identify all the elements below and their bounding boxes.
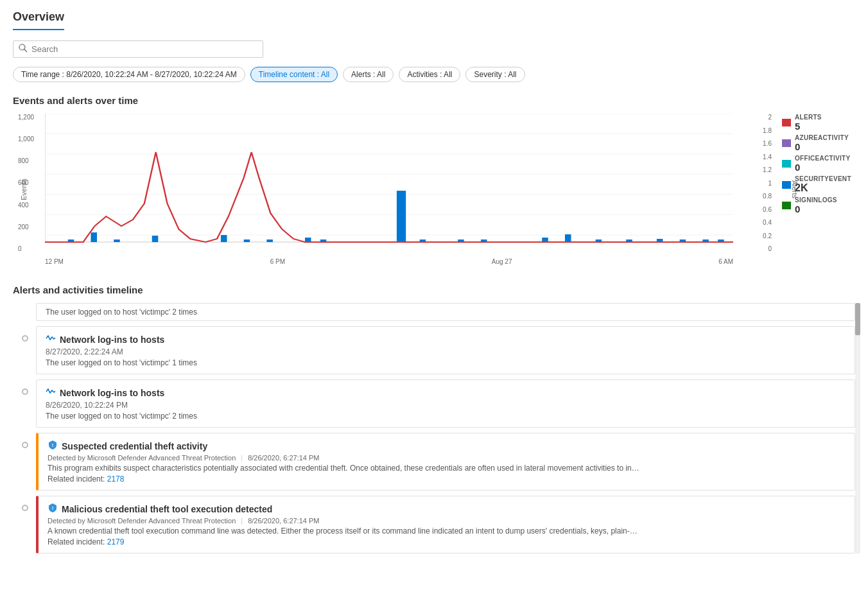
shield-icon-1: !: [48, 440, 58, 452]
svg-rect-12: [91, 232, 97, 242]
legend-alerts-bar: [782, 119, 791, 126]
timeline-dot: [22, 442, 28, 448]
search-box[interactable]: [13, 40, 263, 58]
chart-title: Events and alerts over time: [13, 95, 855, 106]
timeline-item-credential-theft-2[interactable]: ! Malicious credential theft tool execut…: [36, 496, 855, 553]
svg-rect-15: [221, 235, 227, 242]
search-icon: [19, 44, 28, 55]
filter-activities[interactable]: Activities : All: [399, 67, 460, 82]
activity-icon-2: [46, 387, 56, 399]
chart-section: Events and alerts over time Events 1,200…: [13, 95, 855, 265]
svg-rect-14: [152, 236, 159, 242]
svg-text:!: !: [52, 505, 54, 511]
y-axis-right: 2 1.8 1.6 1.4 1.2 1 0.8 0.6 0.4 0.2 0: [763, 114, 772, 252]
shield-icon-2: !: [48, 503, 58, 515]
activity-icon: [46, 333, 56, 345]
legend-azureactivity: AZUREACTIVITY 0: [782, 134, 855, 152]
timeline-section: Alerts and activities timeline The user …: [13, 284, 855, 553]
timeline-title: Alerts and activities timeline: [13, 284, 855, 295]
svg-point-0: [19, 44, 25, 50]
filter-severity[interactable]: Severity : All: [465, 67, 525, 82]
filter-timeline-content[interactable]: Timeline content : All: [250, 67, 338, 82]
chart-svg: [45, 114, 733, 255]
filter-time-range[interactable]: Time range : 8/26/2020, 10:22:24 AM - 8/…: [13, 67, 245, 82]
svg-rect-24: [542, 238, 548, 242]
chart-container: Events 1,200 1,000 800 600 400 200 0: [13, 114, 855, 265]
svg-text:!: !: [52, 442, 54, 448]
legend-securityevent-bar: [782, 181, 791, 189]
partial-item-top: The user logged on to host 'victimpc' 2 …: [36, 303, 855, 321]
filters-bar: Time range : 8/26/2020, 10:22:24 AM - 8/…: [13, 67, 855, 82]
timeline-dot: [22, 505, 28, 511]
timeline-item-content: ! Suspected credential theft activity De…: [36, 433, 855, 491]
timeline-item-network-2[interactable]: Network log-ins to hosts 8/26/2020, 10:2…: [36, 379, 855, 428]
y-axis-left: 1,200 1,000 800 600 400 200 0: [18, 114, 34, 252]
timeline-item-network-1[interactable]: Network log-ins to hosts 8/27/2020, 2:22…: [36, 326, 855, 374]
svg-rect-17: [266, 240, 273, 242]
legend-alerts: ALERTS 5: [782, 114, 855, 132]
svg-rect-16: [244, 240, 250, 242]
svg-rect-25: [565, 234, 571, 242]
legend-officeactivity: OFFICEACTIVITY 0: [782, 155, 855, 173]
timeline-item-content: ! Malicious credential theft tool execut…: [36, 496, 855, 553]
svg-rect-20: [397, 191, 406, 242]
filter-alerts[interactable]: Alerts : All: [343, 67, 394, 82]
timeline-item-content: Network log-ins to hosts 8/27/2020, 2:22…: [36, 326, 855, 374]
y-axis-right-label: Alerts: [791, 180, 799, 198]
legend-signinlogs-bar: [782, 202, 791, 209]
timeline-list: The user logged on to host 'victimpc' 2 …: [13, 303, 855, 553]
legend-officeactivity-bar: [782, 160, 791, 168]
x-axis: 12 PM 6 PM Aug 27 6 AM: [45, 258, 733, 265]
related-incident-link-2178[interactable]: 2178: [107, 475, 125, 483]
chart-legend: ALERTS 5 AZUREACTIVITY 0 OFFICEACTIVITY: [772, 114, 855, 265]
svg-line-1: [24, 49, 27, 52]
svg-rect-18: [305, 238, 311, 242]
search-input[interactable]: [31, 44, 257, 54]
legend-signinlogs: SIGNINLOGS 0: [782, 196, 855, 214]
timeline-item-content: Network log-ins to hosts 8/26/2020, 10:2…: [36, 379, 855, 428]
page-title: Overview: [13, 10, 855, 40]
timeline-dot: [22, 388, 28, 395]
timeline-dot: [22, 335, 28, 342]
timeline-item-credential-theft-1[interactable]: ! Suspected credential theft activity De…: [36, 433, 855, 491]
legend-azureactivity-bar: [782, 139, 791, 147]
svg-rect-13: [114, 240, 120, 242]
scrollbar-track[interactable]: [855, 303, 860, 553]
scrollbar-thumb[interactable]: [855, 303, 860, 335]
related-incident-link-2179[interactable]: 2179: [107, 537, 125, 546]
